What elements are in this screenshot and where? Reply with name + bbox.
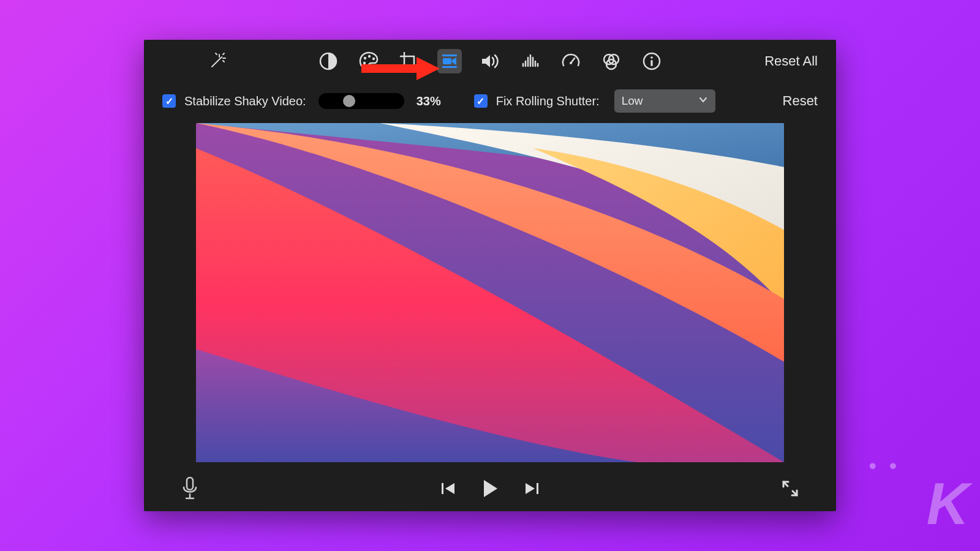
inspector-toolbar: Reset All — [144, 40, 836, 83]
video-editor-window: Reset All ✓ Stabilize Shaky Video: 33% ✓… — [144, 40, 836, 511]
stabilize-checkbox[interactable]: ✓ — [162, 94, 176, 108]
svg-point-22 — [570, 62, 572, 64]
watermark-letter: K — [927, 470, 967, 538]
next-icon[interactable] — [523, 480, 540, 500]
stabilize-percent: 33% — [417, 94, 441, 108]
slider-knob[interactable] — [343, 95, 355, 107]
svg-rect-34 — [537, 483, 538, 494]
video-camera-icon — [440, 52, 459, 70]
stabilization-tab[interactable] — [437, 49, 462, 73]
preview-frame — [196, 123, 784, 462]
svg-line-0 — [212, 57, 222, 67]
svg-point-8 — [368, 55, 371, 58]
watermark-dots: • • — [869, 454, 900, 478]
svg-point-7 — [364, 57, 366, 59]
checkmark-icon: ✓ — [477, 96, 484, 107]
color-palette-icon[interactable] — [356, 49, 381, 73]
chevron-down-icon — [698, 94, 708, 108]
svg-rect-12 — [442, 66, 457, 68]
crop-icon[interactable] — [397, 49, 421, 73]
stabilization-controls: ✓ Stabilize Shaky Video: 33% ✓ Fix Rolli… — [144, 83, 836, 119]
noise-reduction-icon[interactable] — [518, 49, 543, 73]
volume-icon[interactable] — [478, 49, 502, 73]
previous-icon[interactable] — [440, 480, 457, 500]
reset-button[interactable]: Reset — [783, 93, 818, 109]
svg-rect-28 — [650, 60, 652, 66]
play-icon[interactable] — [479, 478, 501, 502]
rolling-shutter-select[interactable]: Low — [614, 89, 715, 113]
svg-line-5 — [223, 61, 224, 62]
stabilize-slider[interactable] — [318, 93, 404, 109]
select-value: Low — [622, 94, 643, 108]
svg-rect-11 — [442, 54, 457, 56]
svg-point-10 — [363, 62, 366, 64]
svg-rect-33 — [442, 483, 443, 494]
svg-rect-13 — [443, 58, 451, 64]
clip-filter-icon[interactable] — [599, 49, 624, 73]
checkmark-icon: ✓ — [165, 96, 173, 107]
speed-icon[interactable] — [559, 49, 583, 73]
reset-all-button[interactable]: Reset All — [764, 53, 818, 69]
rolling-shutter-label: Fix Rolling Shutter: — [496, 94, 600, 108]
color-balance-icon[interactable] — [316, 49, 341, 73]
svg-point-27 — [650, 56, 653, 59]
svg-line-4 — [223, 53, 224, 54]
inspector-tabs — [144, 49, 836, 73]
svg-point-9 — [372, 58, 375, 60]
rolling-shutter-checkbox[interactable]: ✓ — [474, 94, 488, 108]
video-preview[interactable] — [196, 123, 784, 462]
magic-wand-icon[interactable] — [205, 49, 230, 73]
playback-bar — [144, 468, 836, 511]
svg-line-3 — [216, 53, 217, 54]
stabilize-label: Stabilize Shaky Video: — [184, 94, 306, 108]
info-icon[interactable] — [639, 49, 664, 73]
